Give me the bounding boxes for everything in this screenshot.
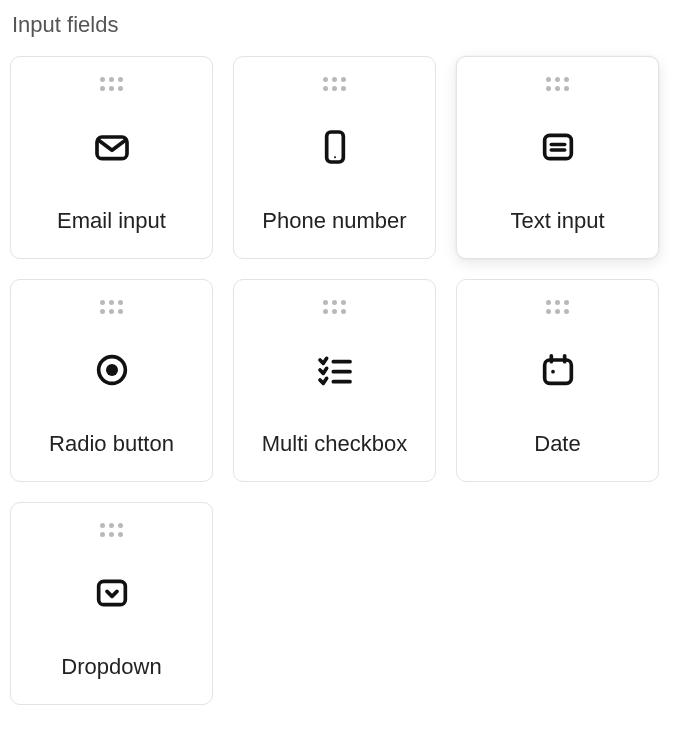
input-fields-grid: Email inputPhone numberText inputRadio b…	[10, 56, 684, 705]
field-card-multicheck[interactable]: Multi checkbox	[233, 279, 436, 482]
field-card-label: Phone number	[262, 208, 406, 234]
calendar-icon	[538, 308, 578, 431]
text-icon	[538, 85, 578, 208]
field-card-label: Date	[534, 431, 580, 457]
multicheck-icon	[315, 308, 355, 431]
field-card-mail[interactable]: Email input	[10, 56, 213, 259]
field-card-calendar[interactable]: Date	[456, 279, 659, 482]
field-card-label: Dropdown	[61, 654, 161, 680]
field-card-text[interactable]: Text input	[456, 56, 659, 259]
field-card-label: Multi checkbox	[262, 431, 408, 457]
mail-icon	[92, 85, 132, 208]
field-card-label: Email input	[57, 208, 166, 234]
section-title: Input fields	[12, 12, 684, 38]
radio-icon	[92, 308, 132, 431]
field-card-radio[interactable]: Radio button	[10, 279, 213, 482]
field-card-label: Radio button	[49, 431, 174, 457]
field-card-label: Text input	[510, 208, 604, 234]
field-card-phone[interactable]: Phone number	[233, 56, 436, 259]
phone-icon	[315, 85, 355, 208]
dropdown-icon	[92, 531, 132, 654]
field-card-dropdown[interactable]: Dropdown	[10, 502, 213, 705]
